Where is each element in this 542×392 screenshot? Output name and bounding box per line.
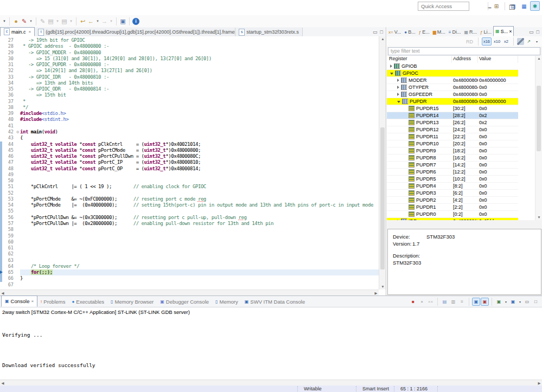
console-tab-problems[interactable]: !Problems bbox=[37, 297, 68, 307]
word-wrap-button[interactable]: ≡ bbox=[458, 298, 466, 306]
register-row-pupdr13[interactable]: PUPDR13[26:2]0x2 bbox=[387, 119, 518, 126]
toolbar-overflow-dropdown[interactable]: ▾ bbox=[2, 16, 7, 26]
view-tab-li[interactable]: ƒLi... bbox=[479, 28, 493, 36]
scroll-down-icon[interactable]: ▼ bbox=[379, 284, 386, 290]
register-row-pupdr[interactable]: PUPDR0x4800080c0x28000000 bbox=[387, 98, 518, 105]
register-row-pupdr3[interactable]: PUPDR3[6:2]0x0 bbox=[387, 190, 518, 197]
collapse-icon[interactable] bbox=[397, 101, 400, 103]
quick-access-input[interactable]: Quick Access bbox=[418, 2, 469, 11]
maximize-icon[interactable]: □ bbox=[380, 29, 383, 35]
clear-console-button[interactable]: ▤ bbox=[441, 298, 449, 306]
register-row-moder[interactable]: MODER0x480008000x40000000 bbox=[387, 77, 518, 84]
console-tab-swv-itm-data-console[interactable]: ▣SWV ITM Data Console bbox=[241, 297, 308, 307]
editor-vertical-scrollbar[interactable]: ▲ ▼ bbox=[379, 36, 386, 290]
scroll-down-icon[interactable]: ▼ bbox=[535, 215, 542, 220]
register-row-pupdr2[interactable]: PUPDR2[4:2]0x0 bbox=[387, 197, 518, 204]
register-row-pupdr12[interactable]: PUPDR12[24:2]0x0 bbox=[387, 126, 518, 133]
console-tab-memory[interactable]: ▯Memory bbox=[212, 297, 241, 307]
remove-launch-button[interactable]: × bbox=[418, 298, 426, 306]
register-row-pupdr9[interactable]: PUPDR9[18:2]0x0 bbox=[387, 147, 518, 155]
console-tab-console[interactable]: ▣Console× bbox=[1, 295, 37, 307]
view-tab-di[interactable]: ≡Di... bbox=[447, 28, 463, 36]
close-icon[interactable]: × bbox=[29, 29, 31, 34]
highlight-dropdown[interactable]: ▾ bbox=[29, 16, 33, 26]
register-row-gpiob[interactable]: GPIOB bbox=[387, 63, 518, 70]
minimize-icon[interactable]: ▭ bbox=[373, 29, 378, 35]
pin-editor-icon[interactable]: ▣ bbox=[119, 16, 126, 26]
editor-tab-startup-stm32f303ret[interactable]: sstartup_stm32f303retx.s bbox=[235, 28, 303, 36]
code-editor[interactable]: 27 -> 19th bit for GPIOC28 * GPIOC addre… bbox=[0, 36, 386, 295]
minimize-console-button[interactable]: ▭ bbox=[523, 298, 531, 306]
fold-marker-icon[interactable]: ⊖ bbox=[15, 129, 20, 135]
view-tab-s[interactable]: ▦S...× bbox=[493, 26, 514, 36]
display-console-dropdown[interactable]: ▾ bbox=[518, 298, 522, 306]
register-row-ospeedr[interactable]: OSPEEDR0x480008080x0 bbox=[387, 91, 518, 98]
register-row-pupdr6[interactable]: PUPDR6[12:2]0x0 bbox=[387, 169, 518, 176]
view-tab-e[interactable]: ƒE... bbox=[417, 28, 431, 36]
scrollbar-thumb[interactable] bbox=[537, 86, 541, 151]
expand-icon[interactable] bbox=[397, 220, 399, 220]
scrollbar-thumb[interactable] bbox=[380, 127, 385, 269]
console-horizontal-scrollbar[interactable]: ◀ ▶ bbox=[0, 380, 542, 385]
column-address[interactable]: Address bbox=[452, 56, 478, 63]
register-row-otyper[interactable]: OTYPER0x480008040x0 bbox=[387, 84, 518, 91]
terminate-button[interactable]: ■ bbox=[409, 298, 417, 306]
register-row-pupdr15[interactable]: PUPDR15[30:2]0x0 bbox=[387, 105, 518, 112]
expand-icon[interactable] bbox=[397, 86, 399, 89]
sfr-settings-icon[interactable] bbox=[517, 38, 524, 45]
register-row-pupdr1[interactable]: PUPDR1[2:2]0x0 bbox=[387, 204, 518, 211]
scroll-left-icon[interactable]: ◀ bbox=[0, 290, 5, 295]
view-tab-v[interactable]: x=V... bbox=[387, 28, 403, 36]
scroll-up-icon[interactable]: ▲ bbox=[379, 36, 386, 42]
info-icon[interactable]: i bbox=[132, 18, 139, 25]
remove-all-launches-button[interactable]: ×× bbox=[426, 298, 435, 306]
debug-perspective-button[interactable]: ✱ bbox=[530, 1, 540, 11]
register-row-idr[interactable]: IDR0x480008100x2fdd bbox=[387, 218, 518, 220]
view-tab-b[interactable]: ●B... bbox=[403, 28, 417, 36]
register-row-pupdr8[interactable]: PUPDR8[16:2]0x0 bbox=[387, 155, 518, 162]
open-perspective-button[interactable]: ⊞ bbox=[492, 1, 501, 11]
scroll-right-icon[interactable]: ▶ bbox=[373, 290, 379, 295]
show-on-stdout-button[interactable]: ▣ bbox=[472, 298, 480, 306]
maximize-icon[interactable]: □ bbox=[537, 29, 539, 35]
register-scrollbar[interactable]: ▲ ▼ bbox=[535, 56, 542, 220]
highlight-icon[interactable]: ✎ bbox=[21, 16, 28, 26]
sfr-export-icon[interactable]: ↗ bbox=[525, 38, 532, 45]
format-x2-button[interactable]: x2 bbox=[502, 37, 510, 46]
display-console-button[interactable]: ▣ bbox=[509, 298, 517, 306]
run-tool-icon[interactable]: ● bbox=[12, 16, 20, 26]
editor-horizontal-scrollbar[interactable]: ◀ ▶ bbox=[0, 290, 379, 295]
console-tab-executables[interactable]: ●Executables bbox=[68, 297, 107, 307]
editor-tab-main-c[interactable]: cmain.c× bbox=[0, 27, 35, 36]
expand-icon[interactable] bbox=[390, 65, 392, 68]
minimize-icon[interactable]: ▭ bbox=[529, 29, 534, 35]
close-icon[interactable]: × bbox=[31, 299, 34, 304]
register-row-pupdr11[interactable]: PUPDR11[22:2]0x0 bbox=[387, 133, 518, 140]
console-tab-memory-browser[interactable]: ▯Memory Browser bbox=[107, 297, 157, 307]
console-tab-debugger-console[interactable]: ▣Debugger Console bbox=[157, 297, 212, 307]
register-row-pupdr14[interactable]: PUPDR14[28:2]0x2 bbox=[387, 112, 518, 119]
expand-icon[interactable] bbox=[397, 93, 399, 96]
show-on-stderr-button[interactable]: ▣ bbox=[481, 298, 489, 306]
register-row-pupdr0[interactable]: PUPDR0[0:2]0x0 bbox=[387, 211, 518, 218]
view-tab-r[interactable]: ▦R... bbox=[463, 28, 479, 36]
column-value[interactable]: Value bbox=[478, 56, 518, 63]
editor-tab--gdb-15-proc-42000-t[interactable]: t(gdb[15].proc[42000].threadGroup[i1],gd… bbox=[35, 28, 235, 36]
last-edit-location-icon[interactable]: ↩ bbox=[79, 16, 86, 26]
back-icon[interactable]: ← bbox=[87, 16, 94, 26]
collapse-icon[interactable] bbox=[390, 73, 393, 75]
register-row-pupdr7[interactable]: PUPDR7[14:2]0x0 bbox=[387, 162, 518, 169]
close-icon[interactable]: × bbox=[509, 29, 512, 34]
register-filter-input[interactable]: type filter text bbox=[388, 47, 540, 55]
scroll-up-icon[interactable]: ▲ bbox=[535, 56, 542, 61]
format-x10-button[interactable]: x10 bbox=[492, 37, 502, 46]
format-x16-button[interactable]: x16 bbox=[482, 37, 492, 46]
column-register[interactable]: Register bbox=[387, 56, 452, 63]
register-row-pupdr5[interactable]: PUPDR5[10:2]0x0 bbox=[387, 176, 518, 183]
scroll-lock-button[interactable]: ▥ bbox=[449, 298, 457, 306]
sfr-view-menu-dropdown[interactable]: ▾ bbox=[533, 38, 540, 45]
register-row-pupdr10[interactable]: PUPDR10[20:2]0x0 bbox=[387, 140, 518, 147]
cpp-perspective-button[interactable]: ▤ bbox=[508, 1, 518, 11]
register-row-pupdr4[interactable]: PUPDR4[8:2]0x0 bbox=[387, 183, 518, 190]
open-console-dropdown[interactable]: ▾ bbox=[503, 298, 508, 306]
